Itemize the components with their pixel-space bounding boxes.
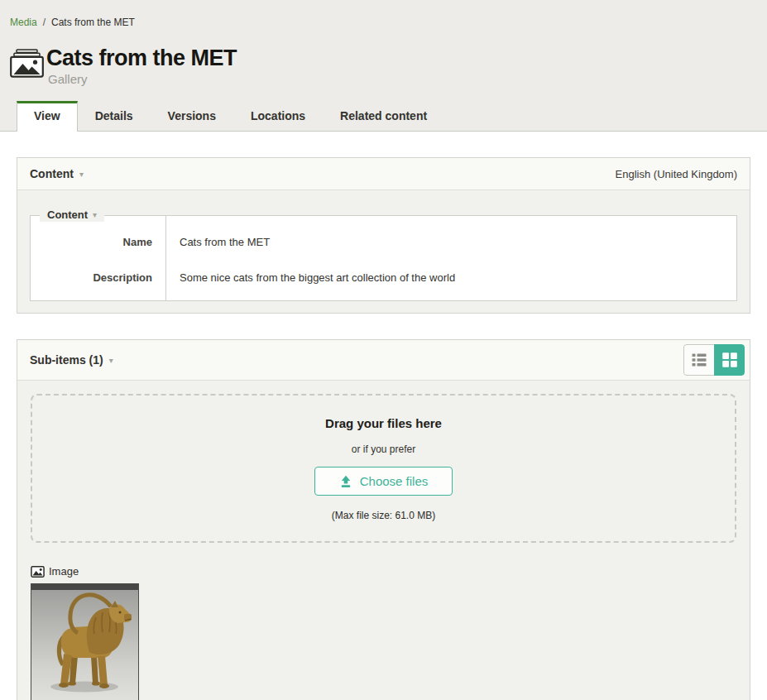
golden-lion-sculpture-image [31,584,138,700]
content-panel-body: Content ▾ Name Cats from the MET Descrip… [17,190,750,313]
content-panel: Content ▾ English (United Kingdom) Conte… [17,157,750,314]
breadcrumb-separator: / [43,17,46,28]
subitem-thumbnail[interactable] [31,583,139,700]
dropzone-subheading: or if you prefer [41,443,726,455]
chevron-down-icon: ▾ [79,170,84,179]
page-title: Cats from the MET [46,46,237,70]
tab-versions[interactable]: Versions [151,102,233,131]
grid-view-button[interactable] [714,344,745,376]
breadcrumb-current: Cats from the MET [51,17,135,28]
subitems-panel-toggle[interactable]: Sub-items (1) ▾ [30,353,113,367]
chevron-down-icon: ▾ [109,356,113,365]
tab-view[interactable]: View [17,101,78,132]
content-panel-title: Content [30,167,74,180]
choose-files-label: Choose files [360,474,429,488]
dropzone-heading: Drag your files here [41,416,726,430]
gallery-stacked-images-icon [10,49,44,81]
breadcrumb-link-media[interactable]: Media [10,17,37,28]
main-content: Content ▾ English (United Kingdom) Conte… [0,157,767,700]
title-row: Cats from the MET Gallery [0,28,767,86]
list-view-button[interactable] [683,344,714,376]
field-label-description: Description [31,260,166,300]
max-file-size-note: (Max file size: 61.0 MB) [41,510,726,521]
tab-bar: View Details Versions Locations Related … [0,86,767,132]
language-label: English (United Kingdom) [616,168,737,180]
page-header: Media / Cats from the MET Cats from the … [0,0,767,132]
subitem-card[interactable]: Image [31,565,139,700]
view-mode-toggle [683,344,745,376]
content-fieldset-legend: Content [47,209,88,221]
subitems-panel-body: Drag your files here or if you prefer Ch… [17,381,750,700]
content-fieldset-toggle[interactable]: Content ▾ [40,208,104,222]
tab-details[interactable]: Details [78,102,151,131]
subitems-panel: Sub-items (1) ▾ [17,339,750,700]
tab-locations[interactable]: Locations [233,102,323,131]
content-type-label: Gallery [48,72,237,86]
content-fieldset: Content ▾ Name Cats from the MET Descrip… [30,215,737,301]
content-panel-header: Content ▾ English (United Kingdom) [17,158,750,190]
subitem-type-row: Image [31,565,139,578]
image-icon [31,566,45,578]
field-label-name: Name [31,216,166,260]
chevron-down-icon: ▾ [93,210,97,219]
field-value-name: Cats from the MET [166,216,736,260]
tab-related-content[interactable]: Related content [323,102,444,131]
field-list: Name Cats from the MET Description Some … [31,216,736,300]
grid-view-icon [721,351,739,369]
upload-icon [339,475,352,488]
file-dropzone[interactable]: Drag your files here or if you prefer Ch… [31,394,736,543]
breadcrumb: Media / Cats from the MET [0,0,767,28]
list-view-icon [690,351,708,369]
subitems-panel-title: Sub-items (1) [30,353,103,367]
subitems-panel-header: Sub-items (1) ▾ [17,340,750,381]
field-value-description: Some nice cats from the biggest art coll… [166,260,736,300]
subitem-type-label: Image [49,565,79,578]
content-panel-toggle[interactable]: Content ▾ [30,167,84,180]
choose-files-button[interactable]: Choose files [314,467,453,496]
